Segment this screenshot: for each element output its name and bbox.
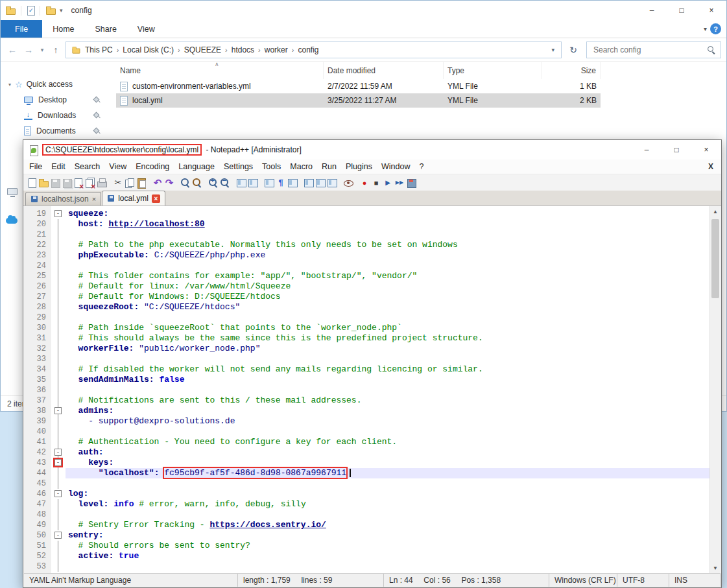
code-line[interactable]: # Default for Windows: D:/SQUEEZE/htdocs bbox=[66, 292, 709, 302]
code-line[interactable]: # This folder contains for example: "app… bbox=[66, 271, 709, 281]
menu-item-tools[interactable]: Tools bbox=[257, 161, 285, 172]
ribbon-expand-icon[interactable]: ▾ bbox=[704, 25, 707, 32]
code-line[interactable] bbox=[66, 229, 709, 240]
code-line[interactable]: workerFile: "public/worker_node.php" bbox=[66, 344, 709, 354]
fold-marker[interactable]: - bbox=[54, 532, 62, 539]
ribbon-tab-home[interactable]: Home bbox=[42, 20, 84, 38]
sync-vertical-scroll-icon[interactable] bbox=[235, 177, 247, 189]
breadcrumb-item-local-disk-c[interactable]: Local Disk (C:) bbox=[119, 44, 177, 56]
code-line[interactable]: host: http://localhost:80 bbox=[66, 219, 709, 229]
print-icon[interactable] bbox=[96, 177, 108, 189]
word-wrap-icon[interactable] bbox=[263, 177, 275, 189]
code-line[interactable]: # Path to the php executable. Normally t… bbox=[66, 240, 709, 250]
code-line[interactable]: # Should errors be sent to sentry? bbox=[66, 541, 709, 551]
search-input[interactable] bbox=[592, 45, 707, 55]
scrollbar-thumb[interactable] bbox=[711, 219, 719, 298]
code-line[interactable]: # Default for linux: /var/www/html/Squee… bbox=[66, 281, 709, 292]
code-line[interactable] bbox=[66, 561, 709, 572]
new-file-icon[interactable] bbox=[26, 177, 38, 189]
close-all-icon[interactable] bbox=[84, 177, 96, 189]
forward-icon[interactable]: → bbox=[22, 45, 35, 55]
link-text[interactable]: https://docs.sentry.io/ bbox=[209, 520, 326, 530]
fold-marker[interactable]: - bbox=[54, 459, 62, 466]
undo-icon[interactable]: ↶ bbox=[152, 177, 163, 189]
code-line[interactable]: "localhost": fc95cb9f-af5f-486d-8d98-086… bbox=[66, 468, 709, 478]
tab-close-icon[interactable]: × bbox=[92, 196, 96, 203]
save-icon[interactable] bbox=[49, 177, 61, 189]
save-all-icon[interactable] bbox=[61, 177, 73, 189]
save-recorded-macro-icon[interactable] bbox=[405, 177, 417, 189]
tab-close-icon[interactable]: × bbox=[152, 194, 160, 203]
onedrive-partial-icon[interactable] bbox=[6, 218, 18, 224]
menu-item-file[interactable]: File bbox=[25, 161, 47, 172]
code-line[interactable]: keys: bbox=[66, 458, 709, 468]
fold-marker[interactable]: - bbox=[54, 210, 62, 217]
menu-item-view[interactable]: View bbox=[104, 161, 131, 172]
qat-new-folder-icon[interactable] bbox=[45, 5, 56, 16]
code-area[interactable]: squeeze: host: http://localhost:80 # Pat… bbox=[66, 206, 709, 573]
document-map-icon[interactable] bbox=[315, 177, 326, 189]
chevron-down-icon[interactable]: ▾ bbox=[8, 82, 11, 88]
menu-item-item[interactable]: ? bbox=[414, 161, 428, 172]
close-icon[interactable] bbox=[73, 177, 84, 189]
monitoring-icon[interactable] bbox=[342, 177, 354, 189]
qat-customize-caret-icon[interactable]: ▾ bbox=[58, 7, 64, 14]
file-row-local-yml[interactable]: local.yml3/25/2022 11:27 AMYML File2 KB bbox=[116, 93, 601, 108]
menu-item-encoding[interactable]: Encoding bbox=[131, 161, 174, 172]
code-line[interactable]: # Sentry Error Tracking - https://docs.s… bbox=[66, 520, 709, 530]
tab-local-yml[interactable]: local.yml× bbox=[102, 191, 165, 206]
tab-localhost-json[interactable]: localhost.json× bbox=[25, 192, 101, 206]
zoom-out-icon[interactable]: − bbox=[219, 177, 231, 189]
stop-recording-icon[interactable]: ■ bbox=[370, 177, 382, 189]
code-line[interactable] bbox=[66, 354, 709, 364]
playback-macro-icon[interactable]: ▶ bbox=[382, 177, 394, 189]
cut-icon[interactable]: ✂ bbox=[112, 177, 124, 189]
vertical-scrollbar[interactable]: ▲ ▼ bbox=[709, 206, 721, 573]
address-bar[interactable]: This PC›Local Disk (C:)›SQUEEZE›htdocs›w… bbox=[66, 41, 562, 58]
ribbon-tab-share[interactable]: Share bbox=[85, 20, 127, 38]
fold-marker[interactable]: - bbox=[54, 449, 62, 456]
close-button[interactable]: × bbox=[697, 1, 726, 20]
code-line[interactable]: # Authentication - You need to configure… bbox=[66, 437, 709, 447]
minimize-button[interactable]: – bbox=[632, 140, 661, 159]
history-caret-icon[interactable]: ▾ bbox=[38, 47, 46, 53]
document-close-icon[interactable]: X bbox=[708, 162, 713, 171]
file-row-custom-environment-variables-yml[interactable]: custom-environment-variables.yml2/7/2022… bbox=[116, 79, 601, 93]
code-line[interactable]: level: info # error, warn, info, debug, … bbox=[66, 499, 709, 510]
maximize-button[interactable]: □ bbox=[667, 1, 697, 20]
code-line[interactable]: # If disabled the worker will not send a… bbox=[66, 364, 709, 375]
ribbon-tab-file[interactable]: File bbox=[1, 20, 42, 38]
code-line[interactable]: # This should always be the same since t… bbox=[66, 333, 709, 344]
search-icon[interactable] bbox=[707, 45, 715, 54]
fold-marker[interactable]: - bbox=[54, 490, 62, 497]
code-line[interactable]: squeeze: bbox=[66, 209, 709, 219]
up-icon[interactable]: ↑ bbox=[49, 45, 62, 55]
minimize-button[interactable]: – bbox=[637, 1, 667, 20]
refresh-icon[interactable]: ↻ bbox=[565, 45, 582, 55]
code-line[interactable] bbox=[66, 427, 709, 437]
back-icon[interactable]: ← bbox=[6, 45, 19, 55]
qat-properties-icon[interactable] bbox=[26, 6, 35, 15]
breadcrumb-item-squeeze[interactable]: SQUEEZE bbox=[181, 44, 224, 56]
sidebar-item-quick-access[interactable]: ▾ ☆ Quick access bbox=[1, 76, 111, 92]
sync-horizontal-scroll-icon[interactable] bbox=[247, 177, 259, 189]
sidebar-item-documents[interactable]: Documents bbox=[1, 123, 111, 139]
breadcrumb-item-htdocs[interactable]: htdocs bbox=[228, 44, 257, 56]
function-list-icon[interactable] bbox=[303, 177, 315, 189]
help-icon[interactable]: ? bbox=[710, 23, 721, 34]
sidebar-item-downloads[interactable]: ↓Downloads bbox=[1, 108, 111, 123]
code-line[interactable]: # Path inside `squeezeRoot` that points … bbox=[66, 323, 709, 333]
column-header-name[interactable]: Name bbox=[116, 62, 324, 79]
maximize-button[interactable]: □ bbox=[661, 140, 691, 159]
column-header-type[interactable]: Type bbox=[444, 62, 542, 79]
replace-icon[interactable] bbox=[191, 177, 203, 189]
this-pc-partial-icon[interactable] bbox=[7, 188, 18, 195]
menu-item-edit[interactable]: Edit bbox=[47, 161, 70, 172]
breadcrumb-item-this-pc[interactable]: This PC bbox=[82, 44, 116, 56]
redo-icon[interactable]: ↷ bbox=[163, 177, 175, 189]
indent-guide-icon[interactable] bbox=[287, 177, 298, 189]
code-line[interactable]: squeezeRoot: "C:/SQUEEZE/htdocs" bbox=[66, 302, 709, 312]
paste-icon[interactable] bbox=[136, 177, 147, 189]
code-line[interactable] bbox=[66, 261, 709, 271]
code-line[interactable] bbox=[66, 312, 709, 323]
